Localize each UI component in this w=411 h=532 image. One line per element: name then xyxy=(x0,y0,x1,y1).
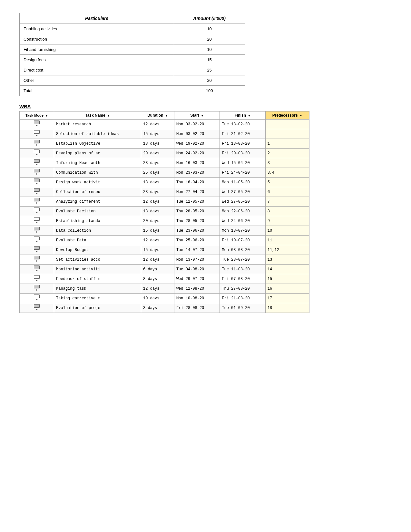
task-duration-cell: 6 days xyxy=(141,265,174,274)
task-mode-cell: ➤ xyxy=(20,158,54,168)
task-pred-cell: 11 xyxy=(265,236,309,245)
cost-particular-cell: Direct cost xyxy=(20,65,174,75)
wbs-header-predecessors[interactable]: Predecessors ▼ xyxy=(265,111,309,120)
task-finish-cell: Fri 24-04-20 xyxy=(220,168,265,178)
wbs-table-row: ➤ Data Collection 15 days Tue 23-06-20 M… xyxy=(20,226,309,236)
task-mode-cell: ➤ xyxy=(20,303,54,313)
cost-table-row: Direct cost 25 xyxy=(20,65,245,75)
task-finish-cell: Wed 15-04-20 xyxy=(220,158,265,168)
task-name-cell: Collection of resou xyxy=(54,187,141,197)
task-name-cell: Evaluate Data xyxy=(54,236,141,245)
task-start-cell: Tue 12-05-20 xyxy=(174,197,220,207)
task-name-cell: Market research xyxy=(54,120,141,129)
task-duration-cell: 18 days xyxy=(141,178,174,187)
wbs-header-start[interactable]: Start ▼ xyxy=(174,111,220,120)
task-duration-cell: 12 days xyxy=(141,120,174,129)
wbs-header-mode[interactable]: Task Mode ▼ xyxy=(20,111,54,120)
task-name-cell: Monitoring activiti xyxy=(54,265,141,274)
wbs-table-row: ➤ Feedback of staff m 8 days Wed 29-07-2… xyxy=(20,274,309,284)
task-name-cell: Set activities acco xyxy=(54,255,141,265)
task-start-cell: Tue 23-06-20 xyxy=(174,226,220,236)
task-duration-cell: 12 days xyxy=(141,236,174,245)
task-start-cell: Wed 19-02-20 xyxy=(174,139,220,149)
finish-dropdown-icon[interactable]: ▼ xyxy=(248,114,250,117)
predecessors-dropdown-icon[interactable]: ▼ xyxy=(299,114,302,117)
task-name-cell: Managing task xyxy=(54,284,141,294)
task-pred-cell: 18 xyxy=(265,303,309,313)
duration-dropdown-icon[interactable]: ▼ xyxy=(165,114,168,117)
task-mode-cell: ➤ xyxy=(20,226,54,236)
task-mode-cell: ➤ xyxy=(20,187,54,197)
task-finish-cell: Fri 20-03-20 xyxy=(220,149,265,158)
wbs-table-row: ➤ Design work activit 18 days Thu 16-04-… xyxy=(20,178,309,187)
task-mode-cell: ➤ xyxy=(20,236,54,245)
task-start-cell: Tue 04-08-20 xyxy=(174,265,220,274)
task-finish-cell: Fri 10-07-20 xyxy=(220,236,265,245)
task-pred-cell: 8 xyxy=(265,207,309,216)
task-pred-cell: 14 xyxy=(265,265,309,274)
task-duration-cell: 15 days xyxy=(141,226,174,236)
mode-dropdown-icon[interactable]: ▼ xyxy=(45,114,48,117)
task-pred-cell: 15 xyxy=(265,274,309,284)
name-dropdown-icon[interactable]: ▼ xyxy=(107,114,110,117)
wbs-table: Task Mode ▼ Task Name ▼ Duration ▼ Start… xyxy=(19,111,309,313)
task-duration-cell: 23 days xyxy=(141,158,174,168)
cost-table-row: Design fees 15 xyxy=(20,55,245,65)
task-finish-cell: Fri 13-03-20 xyxy=(220,139,265,149)
task-duration-cell: 23 days xyxy=(141,187,174,197)
task-finish-cell: Mon 03-08-20 xyxy=(220,245,265,255)
task-name-cell: Analyzing different xyxy=(54,197,141,207)
task-name-cell: Informing Head auth xyxy=(54,158,141,168)
task-finish-cell: Tue 28-07-20 xyxy=(220,255,265,265)
task-mode-cell: ➤ xyxy=(20,294,54,303)
wbs-header-name[interactable]: Task Name ▼ xyxy=(54,111,141,120)
task-duration-cell: 20 days xyxy=(141,216,174,226)
task-start-cell: Thu 16-04-20 xyxy=(174,178,220,187)
task-name-cell: Data Collection xyxy=(54,226,141,236)
start-dropdown-icon[interactable]: ▼ xyxy=(201,114,204,117)
task-duration-cell: 8 days xyxy=(141,274,174,284)
task-start-cell: Mon 03-02-20 xyxy=(174,120,220,129)
task-pred-cell: 7 xyxy=(265,197,309,207)
cost-table-header-particulars: Particulars xyxy=(20,13,174,24)
task-finish-cell: Fri 21-02-20 xyxy=(220,129,265,139)
task-mode-cell: ➤ xyxy=(20,207,54,216)
task-duration-cell: 25 days xyxy=(141,168,174,178)
task-start-cell: Mon 16-03-20 xyxy=(174,158,220,168)
wbs-table-row: ➤ Collection of resou 23 days Mon 27-04-… xyxy=(20,187,309,197)
task-start-cell: Mon 24-02-20 xyxy=(174,149,220,158)
task-name-cell: Taking corrective m xyxy=(54,294,141,303)
cost-amount-cell: 10 xyxy=(174,24,245,34)
cost-amount-cell: 20 xyxy=(174,75,245,86)
task-finish-cell: Tue 18-02-20 xyxy=(220,120,265,129)
task-mode-cell: ➤ xyxy=(20,255,54,265)
task-pred-cell: 6 xyxy=(265,187,309,197)
task-duration-cell: 12 days xyxy=(141,197,174,207)
task-pred-cell: 13 xyxy=(265,255,309,265)
wbs-header-duration[interactable]: Duration ▼ xyxy=(141,111,174,120)
task-finish-cell: Wed 24-06-20 xyxy=(220,216,265,226)
cost-table-row: Total 100 xyxy=(20,86,245,96)
task-name-cell: Develop Budget xyxy=(54,245,141,255)
task-pred-cell: 1 xyxy=(265,139,309,149)
task-mode-cell: ➤ xyxy=(20,129,54,139)
cost-particular-cell: Other xyxy=(20,75,174,86)
wbs-table-row: ➤ Evaluate Decision 18 days Thu 28-05-20… xyxy=(20,207,309,216)
task-duration-cell: 15 days xyxy=(141,129,174,139)
task-pred-cell: 16 xyxy=(265,284,309,294)
task-start-cell: Fri 28-08-20 xyxy=(174,303,220,313)
task-start-cell: Wed 12-08-20 xyxy=(174,284,220,294)
wbs-table-row: ➤ Evaluation of proje 3 days Fri 28-08-2… xyxy=(20,303,309,313)
wbs-table-row: ➤ Market research 12 days Mon 03-02-20 T… xyxy=(20,120,309,129)
task-pred-cell: 9 xyxy=(265,216,309,226)
task-duration-cell: 3 days xyxy=(141,303,174,313)
task-pred-cell xyxy=(265,129,309,139)
task-pred-cell: 3,4 xyxy=(265,168,309,178)
task-mode-cell: ➤ xyxy=(20,178,54,187)
task-mode-cell: ➤ xyxy=(20,284,54,294)
cost-table: Particulars Amount (£'000) Enabling acti… xyxy=(19,13,245,96)
wbs-header-finish[interactable]: Finish ▼ xyxy=(220,111,265,120)
task-start-cell: Thu 28-05-20 xyxy=(174,207,220,216)
task-pred-cell: 2 xyxy=(265,149,309,158)
task-finish-cell: Thu 27-08-20 xyxy=(220,284,265,294)
